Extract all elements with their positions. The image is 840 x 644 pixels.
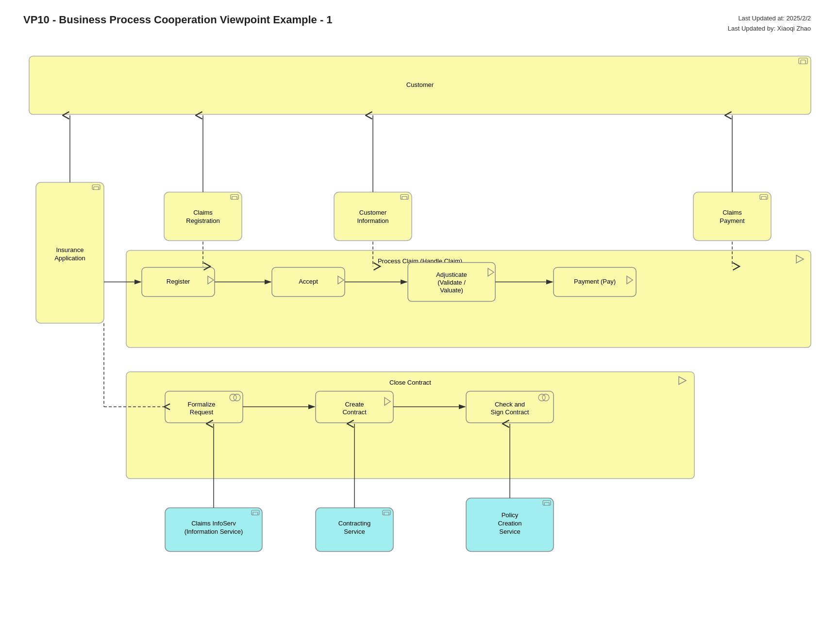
customer-info-box — [334, 192, 412, 241]
last-updated: Last Updated at: 2025/2/2 Last Updated b… — [728, 14, 811, 34]
claims-infoserv-label: Claims InfoServ — [191, 520, 236, 527]
svg-text:Valuate): Valuate) — [440, 287, 463, 294]
claims-payment-label: Claims — [722, 209, 742, 216]
svg-text:Application: Application — [54, 254, 85, 262]
insurance-app-label: Insurance — [56, 246, 84, 254]
contracting-service-label: Contracting — [338, 520, 370, 527]
diagram-container: Customer Insurance Application Claims Re… — [15, 41, 825, 634]
page-title: VP10 - Business Process Cooperation View… — [23, 14, 333, 26]
svg-text:Check and: Check and — [495, 401, 525, 408]
svg-text:Payment: Payment — [720, 217, 745, 224]
close-contract-swimlane — [126, 372, 694, 479]
register-label: Register — [167, 278, 190, 285]
svg-text:Service: Service — [344, 528, 365, 535]
svg-text:Create: Create — [345, 401, 364, 408]
claims-payment-box — [693, 192, 771, 241]
accept-label: Accept — [299, 278, 318, 285]
customer-label: Customer — [406, 81, 434, 88]
svg-text:Service: Service — [499, 528, 520, 535]
svg-text:Creation: Creation — [498, 520, 521, 527]
customer-info-label: Customer — [359, 209, 387, 216]
svg-text:Contract: Contract — [342, 408, 367, 416]
svg-text:Registration: Registration — [186, 217, 219, 224]
svg-text:(Information Service): (Information Service) — [185, 528, 243, 535]
claims-reg-box — [164, 192, 242, 241]
svg-text:Information: Information — [357, 217, 388, 224]
payment-label: Payment (Pay) — [574, 278, 616, 285]
svg-text:Sign Contract: Sign Contract — [491, 408, 529, 416]
svg-text:Adjusticate: Adjusticate — [436, 271, 467, 278]
svg-text:Request: Request — [190, 408, 214, 416]
close-contract-label: Close Contract — [389, 379, 431, 386]
svg-text:(Validate /: (Validate / — [437, 279, 466, 286]
policy-creation-label: Policy — [502, 511, 519, 519]
svg-text:Formalize: Formalize — [187, 401, 215, 408]
claims-reg-label: Claims — [193, 209, 213, 216]
